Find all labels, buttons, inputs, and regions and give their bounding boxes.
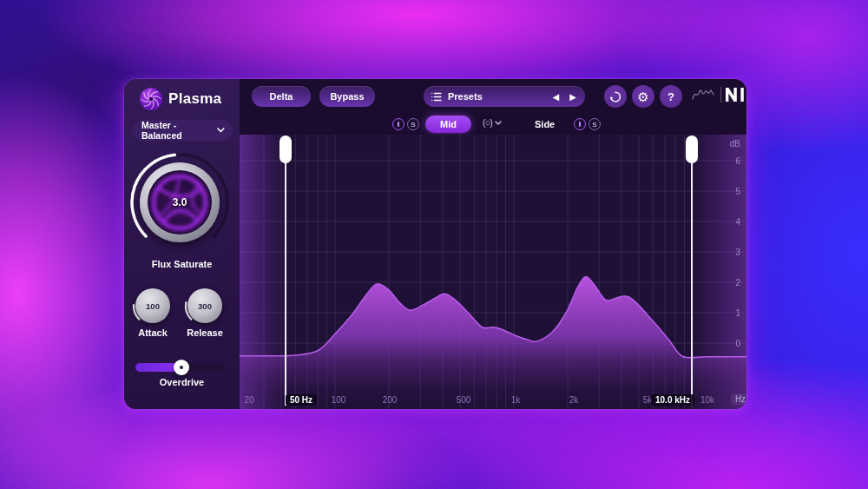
undo-history-button[interactable] — [604, 85, 627, 108]
preset-prev-button[interactable]: ◀ — [548, 92, 565, 102]
freq-tick-label: 200 — [383, 395, 398, 405]
range-handle-low[interactable] — [279, 135, 292, 163]
preset-list-icon — [431, 92, 442, 102]
db-tick-label: 5 — [735, 187, 740, 196]
main-panel: Delta Bypass Presets ◀ ▶ ⚙ ? — [240, 79, 746, 409]
tab-side[interactable]: Side — [529, 118, 560, 130]
overdrive-slider[interactable] — [135, 363, 224, 372]
plugin-window: Plasma Master - Balanced — [124, 79, 746, 409]
flux-saturate-knob[interactable]: 3.0 — [140, 162, 220, 242]
attack-knob[interactable]: 100 — [135, 288, 170, 323]
tab-mid[interactable]: Mid — [425, 116, 471, 133]
freq-tick-label: 10.0 kHz — [651, 394, 694, 406]
undo-icon — [609, 90, 621, 103]
freq-tick-label: Hz — [731, 393, 746, 405]
db-tick-label: 6 — [735, 156, 740, 166]
gear-icon: ⚙ — [637, 90, 648, 103]
freq-tick-label: 1k — [511, 395, 521, 405]
db-tick-label: 0 — [735, 339, 740, 348]
release-knob[interactable]: 300 — [187, 288, 222, 323]
db-tick-label: 3 — [735, 248, 740, 257]
ni-logo — [726, 88, 745, 102]
chevron-down-icon — [495, 121, 502, 125]
side-bypass-toggle[interactable] — [574, 118, 586, 130]
overdrive-label: Overdrive — [124, 377, 240, 387]
mid-side-mode-selector[interactable]: (○) — [483, 117, 502, 128]
header-divider — [720, 87, 721, 102]
presets-bar[interactable]: Presets ◀ ▶ — [424, 86, 585, 107]
mode-dropdown-value: Master - Balanced — [141, 120, 217, 141]
freq-tick-label: 50 Hz — [286, 394, 317, 406]
sidebar-panel: Plasma Master - Balanced — [124, 79, 240, 409]
freq-tick-label: 20 — [244, 395, 253, 405]
spectrum-analyzer: 2050 Hz1002005001k2k5k10.0 kHz10kHz dB65… — [240, 135, 746, 409]
mid-side-mode-icon: (○) — [483, 117, 492, 128]
mid-side-tab-row: S Mid (○) Side S — [240, 116, 746, 133]
attack-knob-label: Attack — [127, 327, 179, 338]
freq-tick-label: 100 — [332, 395, 346, 405]
overdrive-slider-thumb[interactable] — [174, 360, 189, 375]
freq-tick-label: 10k — [700, 395, 714, 405]
mid-bypass-toggle[interactable] — [392, 118, 404, 130]
bypass-button[interactable]: Bypass — [319, 86, 375, 107]
chevron-down-icon — [217, 128, 225, 133]
release-knob-value: 300 — [198, 301, 212, 311]
db-tick-label: 1 — [735, 308, 740, 318]
preset-next-button[interactable]: ▶ — [564, 92, 585, 102]
range-handle-high[interactable] — [686, 135, 698, 163]
help-button[interactable]: ? — [660, 85, 682, 108]
brand: Plasma — [139, 87, 221, 111]
izotope-scribble-logo — [690, 86, 716, 103]
help-icon: ? — [667, 90, 674, 103]
db-tick-label: 2 — [735, 278, 740, 287]
db-tick-label: dB — [730, 139, 740, 149]
mode-dropdown[interactable]: Master - Balanced — [132, 120, 233, 141]
brand-name: Plasma — [168, 90, 221, 108]
db-tick-label: 4 — [735, 217, 740, 227]
flux-knob-value: 3.0 — [140, 162, 220, 242]
settings-button[interactable]: ⚙ — [632, 85, 654, 108]
release-knob-label: Release — [179, 327, 231, 338]
delta-button[interactable]: Delta — [252, 86, 311, 107]
attack-knob-value: 100 — [146, 301, 160, 311]
spectrum-plot — [240, 135, 746, 409]
flux-knob-label: Flux Saturate — [124, 259, 240, 269]
mid-solo-button[interactable]: S — [407, 118, 419, 130]
plasma-logo-icon — [139, 87, 163, 111]
presets-label: Presets — [448, 91, 548, 102]
freq-tick-label: 500 — [457, 395, 471, 405]
freq-tick-label: 2k — [569, 395, 579, 405]
side-solo-button[interactable]: S — [589, 118, 601, 130]
